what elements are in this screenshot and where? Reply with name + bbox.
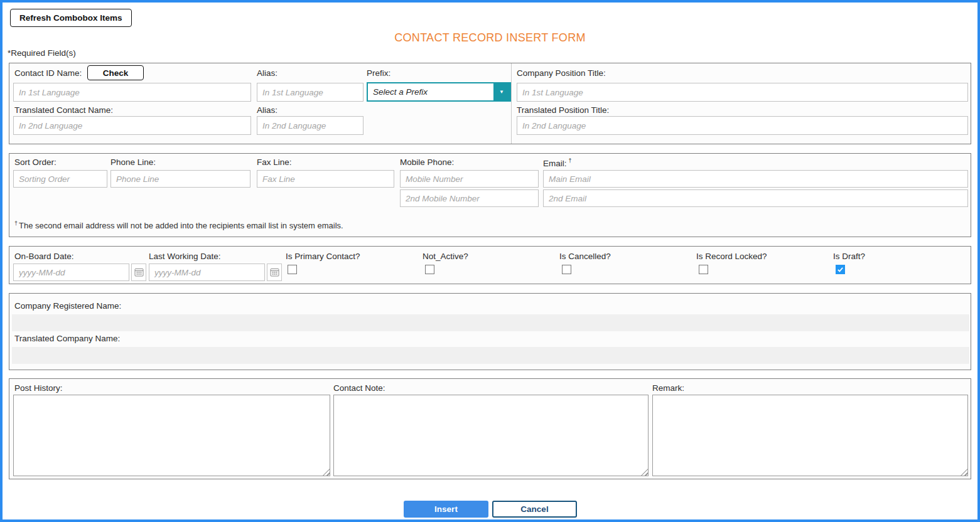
check-icon [837,266,844,273]
company-section: Company Registered Name: Translated Comp… [9,293,971,370]
second-mobile-input[interactable] [400,189,539,207]
page-title: CONTACT RECORD INSERT FORM [0,31,980,45]
second-email-input[interactable] [543,189,968,207]
prefix-selected-value: Select a Prefix [368,83,493,100]
notes-section: Post History: Contact Note: Remark: [9,378,971,479]
fax-line-label: Fax Line: [257,157,292,167]
sort-order-input[interactable] [13,170,107,188]
contact-id-input[interactable] [13,83,251,102]
translated-company-label: Translated Company Name: [14,334,120,343]
mobile-phone-label: Mobile Phone: [400,157,454,167]
onboard-date-label: On-Board Date: [14,252,74,261]
contact-details-section: Sort Order: Phone Line: Fax Line: Mobile… [9,153,971,237]
post-history-label: Post History: [14,383,63,393]
contact-insert-window: Refresh Combobox Items CONTACT RECORD IN… [0,0,980,522]
translated-name-input[interactable] [13,116,251,135]
position-title-input[interactable] [517,83,968,102]
contact-id-label: Contact ID Name: [14,68,82,78]
refresh-combobox-button[interactable]: Refresh Combobox Items [10,9,132,27]
email-footnote: †The second email address will not be ad… [14,220,343,230]
alias-second-input[interactable] [257,116,363,135]
remark-textarea[interactable] [652,395,968,476]
remark-label: Remark: [652,383,684,393]
mobile-phone-input[interactable] [400,170,539,188]
post-history-textarea[interactable] [13,395,330,476]
contact-note-label: Contact Note: [333,383,385,393]
status-section: On-Board Date: Last Working Date: [9,246,971,284]
alias-first-input[interactable] [257,83,363,102]
onboard-calendar-button[interactable] [131,264,146,281]
is-primary-contact-checkbox[interactable] [288,265,297,274]
is-cancelled-label: Is Cancelled? [559,252,611,261]
phone-line-input[interactable] [110,170,250,188]
check-button[interactable]: Check [87,65,144,80]
alias-first-label: Alias: [257,68,277,78]
is-record-locked-label: Is Record Locked? [696,252,767,261]
translated-position-label: Translated Position Title: [517,105,609,115]
is-draft-label: Is Draft? [833,252,865,261]
last-working-calendar-button[interactable] [267,264,282,281]
translated-name-label: Translated Contact Name: [14,105,113,115]
prefix-dropdown-button[interactable]: ▼ [493,83,510,100]
translated-position-input[interactable] [517,116,968,135]
position-title-label: Company Position Title: [517,68,606,78]
not-active-label: Not_Active? [423,252,468,261]
is-draft-checkbox[interactable] [836,265,845,274]
required-fields-note: *Required Field(s) [8,48,76,58]
contact-note-textarea[interactable] [333,395,649,476]
section-divider [511,63,512,144]
last-working-date-input[interactable] [149,264,265,281]
is-record-locked-checkbox[interactable] [699,265,708,274]
calendar-icon [134,268,144,277]
is-primary-contact-label: Is Primary Contact? [286,252,360,261]
calendar-icon [270,268,279,277]
registered-name-label: Company Registered Name: [14,301,121,311]
sort-order-label: Sort Order: [14,157,57,167]
last-working-date-label: Last Working Date: [149,252,221,261]
not-active-checkbox[interactable] [425,265,434,274]
registered-name-field [12,314,969,331]
main-email-input[interactable] [543,170,968,188]
name-section: Contact ID Name: Check Alias: Prefix: Se… [9,63,971,144]
is-cancelled-checkbox[interactable] [562,265,571,274]
cancel-button[interactable]: Cancel [492,501,577,518]
email-label: Email:† [543,157,572,168]
translated-company-field [12,347,969,364]
prefix-label: Prefix: [367,68,390,78]
alias-second-label: Alias: [257,105,277,115]
phone-line-label: Phone Line: [110,157,156,167]
chevron-down-icon: ▼ [499,90,504,95]
fax-line-input[interactable] [257,170,394,188]
prefix-combobox[interactable]: Select a Prefix ▼ [367,82,511,102]
onboard-date-input[interactable] [13,264,129,281]
insert-button[interactable]: Insert [404,501,488,518]
